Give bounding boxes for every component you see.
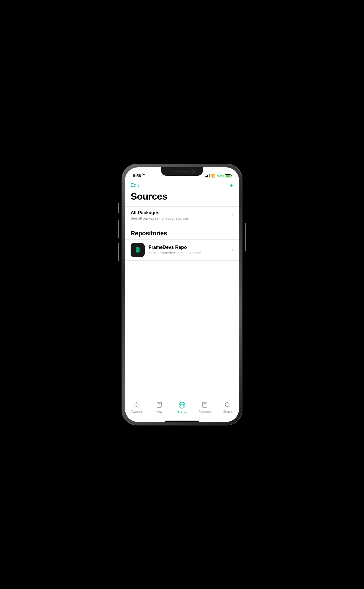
all-packages-item[interactable]: All Packages See all packages from your … (125, 206, 239, 224)
repo-chevron-icon: › (232, 247, 233, 252)
tab-bar: Featured New (125, 399, 239, 419)
battery-container: 93% (217, 174, 231, 178)
svg-rect-2 (137, 247, 140, 252)
repo-url: https://framedevs.github.io/repo/ (149, 251, 232, 255)
featured-icon (133, 401, 140, 409)
chevron-right-icon: › (232, 213, 233, 218)
camera (192, 170, 195, 173)
add-button[interactable]: + (229, 182, 233, 189)
volume-down-button (118, 243, 119, 261)
home-indicator (165, 421, 199, 422)
content-area: Edit + Sources All Packages See all pack… (125, 180, 239, 399)
signal-icon (205, 174, 210, 177)
notch (161, 167, 203, 176)
power-button (245, 223, 246, 251)
sources-icon (178, 401, 186, 410)
svg-rect-5 (136, 249, 138, 250)
all-packages-section: All Packages See all packages from your … (125, 206, 239, 224)
battery-icon (225, 174, 231, 177)
svg-rect-4 (136, 249, 138, 249)
tab-sources-label: Sources (177, 411, 187, 414)
volume-up-button (118, 220, 119, 238)
location-arrow-icon: ➤ (142, 173, 145, 176)
status-icons: 📶 93% (205, 174, 231, 178)
tab-search-label: Search (223, 410, 232, 413)
wifi-icon: 📶 (211, 174, 215, 178)
all-packages-subtitle: See all packages from your sources (131, 216, 232, 220)
tab-packages-label: Packages (199, 410, 211, 413)
repo-content: FrameDevs Repo https://framedevs.github.… (149, 245, 232, 255)
mute-button (118, 203, 119, 213)
tab-packages[interactable]: Packages (194, 401, 216, 413)
edit-button[interactable]: Edit (131, 182, 139, 188)
repo-logo-icon (133, 246, 142, 254)
tab-featured-label: Featured (131, 410, 142, 413)
svg-line-19 (229, 406, 230, 407)
tab-new[interactable]: New (148, 401, 170, 413)
tab-new-label: New (156, 410, 162, 413)
nav-header: Edit + (125, 180, 239, 190)
repositories-list: FrameDevs Repo https://framedevs.github.… (125, 239, 239, 261)
all-packages-title: All Packages (131, 210, 232, 216)
screen: 8:56 ➤ 📶 93% (125, 167, 239, 422)
tab-sources[interactable]: Sources (170, 401, 193, 414)
repo-icon (131, 243, 145, 257)
tab-featured[interactable]: Featured (125, 401, 148, 413)
content-spacer (125, 261, 239, 399)
svg-rect-3 (136, 248, 138, 248)
packages-icon (201, 401, 208, 409)
phone-frame: 8:56 ➤ 📶 93% (122, 164, 242, 425)
repo-item[interactable]: FrameDevs Repo https://framedevs.github.… (125, 239, 239, 261)
battery-fill (226, 175, 230, 177)
repositories-header: Repositories (125, 224, 239, 239)
battery-percent: 93% (217, 174, 224, 178)
status-time: 8:56 ➤ (133, 173, 144, 178)
tab-search[interactable]: Search (216, 401, 239, 413)
repo-name: FrameDevs Repo (149, 245, 232, 250)
new-icon (156, 401, 163, 409)
search-icon (224, 401, 231, 409)
phone-inner: 8:56 ➤ 📶 93% (125, 167, 239, 422)
page-title: Sources (125, 190, 239, 206)
speaker (174, 171, 190, 172)
all-packages-content: All Packages See all packages from your … (131, 210, 232, 220)
svg-point-11 (181, 402, 183, 408)
svg-point-10 (179, 402, 185, 408)
